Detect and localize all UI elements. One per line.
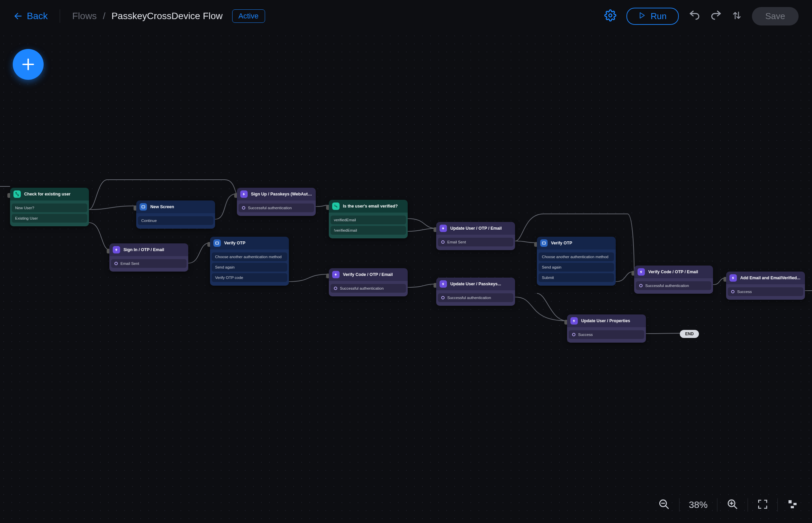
output-verified-email[interactable]: verifiedEmail [330,216,406,224]
breadcrumb: Flows / PasskeyCrossDevice Flow [72,11,223,21]
action-icon [332,271,340,278]
action-icon [729,274,737,282]
divider [679,498,679,511]
node-title: Update User / Passkeys... [450,282,501,286]
divider [777,498,778,511]
svg-rect-19 [791,506,794,508]
node-title: Verify Code / OTP / Email [648,270,698,274]
output-choose-another[interactable]: Choose another authentication method [212,252,287,261]
output-success[interactable]: Success [569,330,644,339]
node-signup-passkeys[interactable]: Sign Up / Passkeys (WebAuthn) Successful… [237,188,316,216]
node-update-user-passkeys[interactable]: Update User / Passkeys... Successful aut… [436,277,515,306]
layout-icon [787,505,798,510]
top-bar-actions: Run Save [604,7,799,25]
node-verify-otp-2[interactable]: Verify OTP Choose another authentication… [537,237,616,286]
status-badge[interactable]: Active [232,10,265,23]
node-title: Update User / Properties [581,319,630,323]
output-email-sent[interactable]: Email Sent [438,238,513,247]
svg-point-1 [609,14,612,17]
play-icon [639,11,646,21]
screen-icon [540,239,548,247]
breadcrumb-root[interactable]: Flows [72,11,97,21]
node-update-user-properties[interactable]: Update User / Properties Success [567,314,646,343]
output-choose-another[interactable]: Choose another authentication method [538,252,614,261]
node-title: Verify OTP [224,241,245,246]
swap-button[interactable] [732,11,742,22]
action-icon [638,268,645,275]
node-add-email-verified[interactable]: Add Email and EmailVerified... Success [726,272,805,300]
output-success-auth[interactable]: Successful authentication [330,284,406,293]
undo-button[interactable] [689,10,700,22]
fit-screen-button[interactable] [757,499,768,511]
action-icon [570,317,578,325]
output-new-user[interactable]: New User? [12,203,87,212]
swap-vertical-icon [732,16,742,21]
output-success-auth[interactable]: Successful authentication [239,203,314,212]
output-send-again[interactable]: Send again [212,263,287,272]
output-success-auth[interactable]: Successful authentication [636,281,711,290]
svg-rect-17 [789,500,792,503]
action-icon [439,224,447,232]
end-node[interactable]: END [680,330,699,338]
divider [60,10,60,23]
flow-canvas[interactable]: Check for existing user New User? Existi… [0,0,812,523]
node-verify-code-email-1[interactable]: Verify Code / OTP / Email Successful aut… [329,268,408,296]
zoom-level: 38% [689,500,708,510]
node-new-screen[interactable]: New Screen Continue [136,200,215,229]
output-not-verified-email[interactable]: !verifiedEmail [330,226,406,235]
svg-rect-8 [216,242,219,245]
node-title: Sign Up / Passkeys (WebAuthn) [251,192,312,196]
undo-icon [689,16,700,22]
output-success-auth[interactable]: Successful authentication [438,293,513,302]
node-title: New Screen [150,204,174,209]
branch-icon [13,191,21,198]
action-icon [113,246,120,253]
screen-icon [213,239,221,247]
bottom-bar: 38% [658,498,798,511]
arrow-left-icon [13,12,23,21]
divider [717,498,718,511]
node-email-verified-question[interactable]: Is the user's email verified? verifiedEm… [329,200,408,238]
redo-button[interactable] [710,10,722,22]
node-title: Update User / OTP / Email [450,226,502,231]
node-check-existing-user[interactable]: Check for existing user New User? Existi… [10,188,89,226]
fullscreen-icon [757,505,768,510]
zoom-out-icon [658,505,670,511]
svg-rect-9 [542,242,546,245]
svg-line-14 [734,506,737,509]
svg-marker-2 [640,13,644,18]
node-verify-otp-1[interactable]: Verify OTP Choose another authentication… [210,237,289,286]
svg-line-11 [666,506,668,509]
action-icon [439,280,447,288]
screen-icon [140,203,147,211]
output-continue[interactable]: Continue [138,216,213,225]
run-label: Run [651,11,667,21]
redo-icon [710,16,722,22]
node-title: Sign In / OTP / Email [123,248,164,252]
plus-icon [20,57,36,72]
top-bar: Back Flows / PasskeyCrossDevice Flow Act… [0,0,812,32]
save-button[interactable]: Save [752,7,799,25]
auto-layout-button[interactable] [787,499,798,511]
output-submit[interactable]: Submit [538,273,614,282]
output-existing-user[interactable]: Existing User [12,214,87,222]
breadcrumb-sep: / [103,11,105,21]
node-verify-code-email-2[interactable]: Verify Code / OTP / Email Successful aut… [634,266,713,294]
output-send-again[interactable]: Send again [538,263,614,272]
run-button[interactable]: Run [626,8,679,25]
node-update-user-otp-email[interactable]: Update User / OTP / Email Email Sent [436,222,515,250]
svg-rect-7 [142,206,145,208]
divider [747,498,748,511]
svg-rect-18 [794,503,797,505]
add-node-button[interactable] [13,49,44,80]
action-icon [240,191,248,198]
zoom-in-button[interactable] [727,499,738,511]
output-success[interactable]: Success [728,287,803,296]
branch-icon [332,202,340,210]
back-button[interactable]: Back [13,11,48,21]
output-email-sent[interactable]: Email Sent [111,259,187,268]
settings-button[interactable] [604,10,616,23]
zoom-out-button[interactable] [658,499,670,511]
output-verify-code[interactable]: Verify OTP code [212,273,287,282]
node-signin-otp-email[interactable]: Sign In / OTP / Email Email Sent [109,244,188,272]
